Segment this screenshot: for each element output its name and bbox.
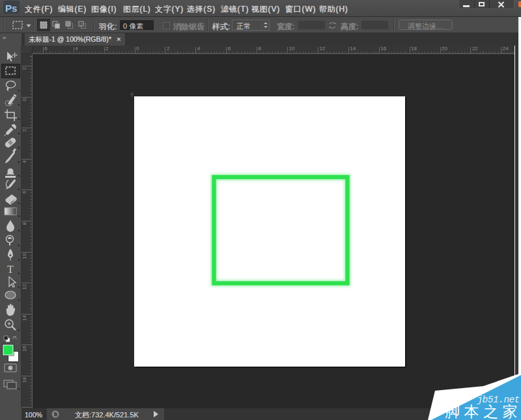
svg-text:T: T bbox=[7, 264, 14, 275]
svg-text:脚本之家: 脚本之家 bbox=[445, 403, 521, 420]
